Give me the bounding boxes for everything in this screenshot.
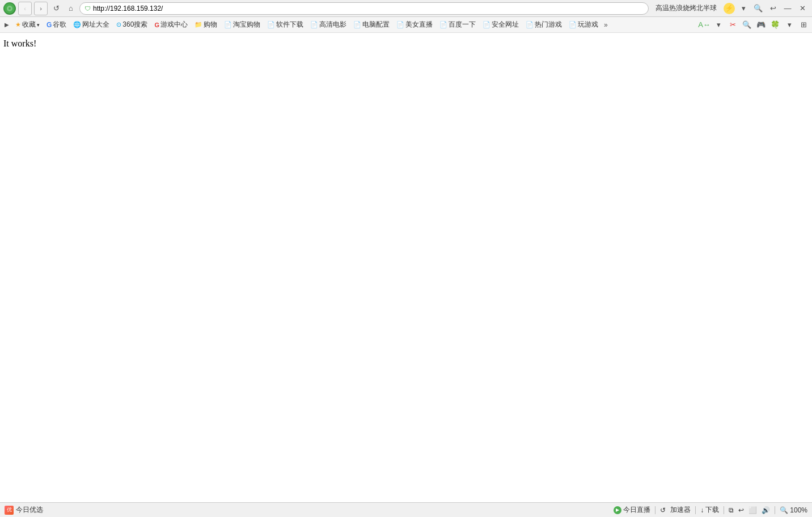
nav-expand-button[interactable]: ▶ [2, 20, 11, 29]
globe-icon: 🌐 [73, 21, 81, 28]
find-icon[interactable]: 🔍 [741, 19, 753, 31]
nav-right-icons: A↔ ▾ ✂ 🔍 🎮 🍀 ▾ ⊞ [698, 19, 810, 31]
url-input[interactable] [93, 5, 644, 12]
doc-icon: 📄 [224, 21, 232, 28]
close-button[interactable]: ✕ [796, 2, 809, 15]
menu-button[interactable]: — [781, 2, 794, 15]
nav-item-label: 高清电影 [319, 20, 346, 29]
bookmarks-bar: ▶ ★ 收藏 ▾ G 谷歌 🌐 网址大全 ⊙ 360搜索 G 游戏中心 📁 购物… [0, 17, 812, 33]
nav-item-label: 收藏 [22, 20, 36, 29]
star-icon: ★ [15, 21, 21, 28]
doc3-icon: 📄 [310, 21, 318, 28]
doc7-icon: 📄 [483, 21, 490, 28]
nav-dropdown-icon[interactable]: ▾ [712, 19, 725, 31]
dropdown-button[interactable]: ▾ [737, 2, 750, 15]
nav-item-pc-config[interactable]: 📄 电脑配置 [350, 19, 392, 31]
nav-item-gamecenter[interactable]: G 游戏中心 [151, 19, 191, 31]
page-content: It works! [0, 33, 812, 54]
nav-item-livestream[interactable]: 📄 美女直播 [394, 19, 435, 31]
google-icon: G [46, 21, 52, 29]
nav-item-shopping[interactable]: 📁 购物 [192, 19, 220, 31]
nav-item-label: 美女直播 [405, 20, 433, 29]
folder-icon: 📁 [194, 21, 202, 28]
lightning-icon[interactable]: ⚡ [724, 3, 735, 14]
nav-item-label: 淘宝购物 [233, 20, 260, 29]
doc4-icon: 📄 [353, 21, 361, 28]
360-icon: ⊙ [116, 21, 121, 28]
nav-item-software[interactable]: 📄 软件下载 [264, 19, 306, 31]
nav-item-label: 玩游戏 [578, 20, 598, 29]
nav-item-360search[interactable]: ⊙ 360搜索 [113, 19, 150, 31]
nav-item-google[interactable]: G 谷歌 [44, 19, 69, 31]
nav-item-label: 购物 [204, 20, 217, 29]
page-main-text: It works! [3, 39, 809, 49]
cut-icon[interactable]: ✂ [726, 19, 739, 31]
grid-icon[interactable]: ⊞ [797, 19, 810, 31]
nav-item-label: 百度一下 [449, 20, 476, 29]
nav-item-label: 软件下载 [276, 20, 303, 29]
search-icon-button[interactable]: 🔍 [752, 2, 764, 15]
gamepad-icon[interactable]: 🎮 [755, 19, 767, 31]
nav-item-hot-games[interactable]: 📄 热门游戏 [523, 19, 565, 31]
nav-item-label: 谷歌 [53, 20, 66, 29]
doc8-icon: 📄 [526, 21, 534, 28]
chevron-down-icon: ▾ [37, 22, 40, 28]
nav-item-label: 热门游戏 [535, 20, 562, 29]
titlebar: ‹ › ↺ ⌂ 🛡 高温热浪烧烤北半球 ⚡ ▾ 🔍 ↩ — ✕ [0, 0, 812, 17]
address-bar[interactable]: 🛡 [79, 2, 649, 15]
browser-logo [3, 2, 16, 15]
nav-item-label: 安全网址 [492, 20, 519, 29]
nav-item-label: 网址大全 [82, 20, 109, 29]
nav-item-site-nav[interactable]: 🌐 网址大全 [70, 19, 112, 31]
svg-point-2 [9, 7, 11, 10]
back-button[interactable]: ‹ [18, 2, 32, 15]
leaf-icon[interactable]: 🍀 [769, 19, 781, 31]
nav-more-button[interactable]: » [602, 20, 610, 30]
doc5-icon: 📄 [396, 21, 404, 28]
nav-more-dropdown-icon[interactable]: ▾ [783, 19, 796, 31]
doc2-icon: 📄 [267, 21, 275, 28]
nav-item-label: 360搜索 [122, 20, 147, 29]
doc9-icon: 📄 [569, 21, 577, 28]
doc6-icon: 📄 [439, 21, 447, 28]
nav-item-favorites[interactable]: ★ 收藏 ▾ [12, 19, 43, 31]
nav-item-taobao[interactable]: 📄 淘宝购物 [221, 19, 263, 31]
forward-button[interactable]: › [34, 2, 48, 15]
refresh-button[interactable]: ↺ [50, 2, 62, 15]
nav-item-safe-url[interactable]: 📄 安全网址 [480, 19, 522, 31]
nav-item-play-games[interactable]: 📄 玩游戏 [566, 19, 601, 31]
security-shield-icon: 🛡 [84, 5, 91, 12]
nav-item-label: 游戏中心 [160, 20, 188, 29]
home-button[interactable]: ⌂ [65, 2, 77, 15]
tab-title: 高温热浪烧烤北半球 [655, 3, 717, 13]
titlebar-right-icons: ⚡ ▾ 🔍 ↩ — ✕ [724, 2, 809, 15]
nav-item-label: 电脑配置 [362, 20, 390, 29]
game-icon: G [154, 22, 159, 28]
nav-item-baidu[interactable]: 📄 百度一下 [437, 19, 479, 31]
undo-button[interactable]: ↩ [767, 2, 779, 15]
nav-item-movie[interactable]: 📄 高清电影 [307, 19, 349, 31]
translate-icon[interactable]: A↔ [698, 19, 710, 31]
